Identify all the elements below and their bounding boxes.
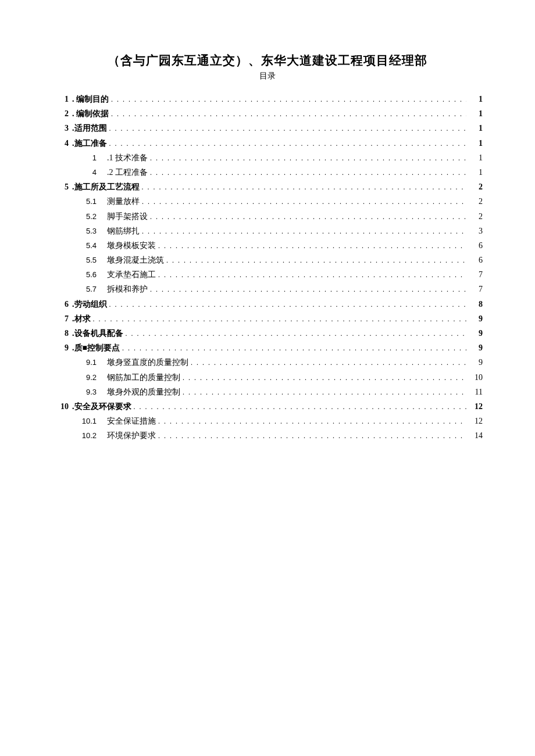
toc-page-number: 7: [469, 282, 483, 296]
toc-title: 墩身混凝土浇筑: [104, 253, 164, 267]
toc-entry: 6.劳动组织8: [52, 297, 483, 311]
toc-leader-dots: [156, 240, 469, 253]
toc-leader-dots: [156, 415, 469, 428]
toc-title: .1 技术准备: [104, 151, 148, 165]
toc-entry: 5.2脚手架搭设2: [52, 209, 483, 224]
toc-page-number: 2: [469, 180, 483, 194]
toc-entry: 7.材求9: [52, 311, 483, 326]
toc-page-number: 11: [469, 385, 483, 399]
toc-title: 墩身竖直度的质量控制: [104, 355, 188, 370]
toc-entry: 10.2环境保护要求14: [52, 428, 483, 443]
toc-number: 5.6: [69, 268, 104, 281]
toc-leader-dots: [140, 225, 469, 238]
toc-number: 5.2: [69, 210, 104, 223]
toc-entry: 3.适用范围1: [52, 121, 483, 135]
toc-page-number: 12: [469, 414, 483, 428]
toc-title: .适用范围: [69, 121, 107, 135]
toc-title: .设备机具配备: [69, 326, 123, 341]
toc-entry: 10.1安全保证措施12: [52, 414, 483, 428]
toc-title: 安全保证措施: [104, 414, 156, 428]
toc-entry: 1.1 技术准备1: [52, 151, 483, 165]
page-subtitle: 目录: [52, 71, 483, 81]
toc-leader-dots: [123, 328, 469, 341]
toc-entry: 5.6支承垫石施工7: [52, 267, 483, 282]
toc-number: 10: [52, 399, 69, 414]
toc-page-number: 1: [469, 106, 483, 121]
toc-title: 钢筋加工的质量控制: [104, 370, 180, 385]
toc-entry: 5.5墩身混凝土浇筑6: [52, 253, 483, 267]
toc-entry: 5.施工所及工艺流程2: [52, 180, 483, 194]
toc-number: 6: [52, 297, 69, 311]
toc-page-number: 1: [469, 165, 483, 180]
toc-leader-dots: [140, 181, 469, 194]
toc-title: . 编制依据: [69, 106, 109, 121]
toc-title: 脚手架搭设: [104, 209, 148, 224]
toc-number: 7: [52, 311, 69, 326]
table-of-contents: 1. 编制目的12. 编制依据13.适用范围14.施工准备11.1 技术准备14…: [52, 92, 483, 443]
toc-leader-dots: [107, 299, 469, 311]
toc-number: 4: [52, 136, 69, 151]
toc-page-number: 9: [469, 355, 483, 370]
toc-page-number: 14: [469, 428, 483, 443]
toc-title: .2 工程准备: [104, 165, 148, 180]
toc-number: 1: [69, 151, 104, 164]
toc-entry: 9.2钢筋加工的质量控制10: [52, 370, 483, 385]
toc-page-number: 9: [469, 311, 483, 326]
toc-leader-dots: [180, 386, 469, 399]
toc-page-number: 7: [469, 267, 483, 282]
toc-number: 9.2: [69, 371, 104, 384]
toc-number: 9: [52, 341, 69, 355]
toc-leader-dots: [109, 94, 469, 106]
toc-title: 测量放样: [104, 194, 140, 209]
toc-leader-dots: [156, 269, 469, 282]
toc-leader-dots: [148, 152, 469, 165]
toc-entry: 1. 编制目的1: [52, 92, 483, 106]
toc-title: .安全及环保要求: [69, 399, 131, 414]
toc-number: 5.5: [69, 253, 104, 267]
toc-leader-dots: [107, 138, 469, 151]
toc-entry: 5.1测量放样2: [52, 194, 483, 209]
toc-leader-dots: [156, 430, 469, 443]
toc-page-number: 2: [469, 209, 483, 224]
toc-leader-dots: [91, 313, 469, 326]
toc-number: 2: [52, 106, 69, 121]
toc-number: 5: [52, 180, 69, 194]
toc-entry: 9.3墩身外观的质量控制11: [52, 385, 483, 399]
toc-entry: 5.4墩身模板安装6: [52, 238, 483, 253]
toc-leader-dots: [188, 357, 469, 370]
toc-entry: 10.安全及环保要求12: [52, 399, 483, 414]
toc-entry: 5.3钢筋绑扎3: [52, 224, 483, 238]
toc-entry: 4.施工准备1: [52, 136, 483, 151]
toc-title: 钢筋绑扎: [104, 224, 140, 238]
toc-leader-dots: [164, 255, 469, 267]
toc-leader-dots: [140, 196, 469, 209]
toc-title: 墩身外观的质量控制: [104, 385, 180, 399]
toc-leader-dots: [148, 167, 469, 180]
toc-number: 5.1: [69, 195, 104, 208]
toc-title: .施工所及工艺流程: [69, 180, 140, 194]
toc-title: 环境保护要求: [104, 428, 156, 443]
toc-number: 5.3: [69, 224, 104, 238]
toc-title: .劳动组织: [69, 297, 107, 311]
toc-leader-dots: [107, 123, 469, 135]
toc-number: 4: [69, 166, 104, 179]
toc-number: 9.3: [69, 385, 104, 399]
toc-page-number: 9: [469, 326, 483, 341]
toc-page-number: 12: [469, 399, 483, 414]
toc-title: .施工准备: [69, 136, 107, 151]
toc-title: . 编制目的: [69, 92, 109, 106]
toc-leader-dots: [180, 372, 469, 385]
toc-number: 10.2: [69, 429, 104, 442]
toc-leader-dots: [131, 401, 469, 414]
toc-page-number: 1: [469, 121, 483, 135]
toc-page-number: 10: [469, 370, 483, 385]
toc-number: 9.1: [69, 356, 104, 369]
toc-leader-dots: [120, 342, 469, 355]
toc-entry: 5.7拆模和养护7: [52, 282, 483, 296]
toc-number: 8: [52, 326, 69, 341]
toc-page-number: 6: [469, 253, 483, 267]
toc-number: 1: [52, 92, 69, 106]
toc-entry: 4.2 工程准备1: [52, 165, 483, 180]
toc-page-number: 3: [469, 224, 483, 238]
toc-title: 拆模和养护: [104, 282, 148, 296]
